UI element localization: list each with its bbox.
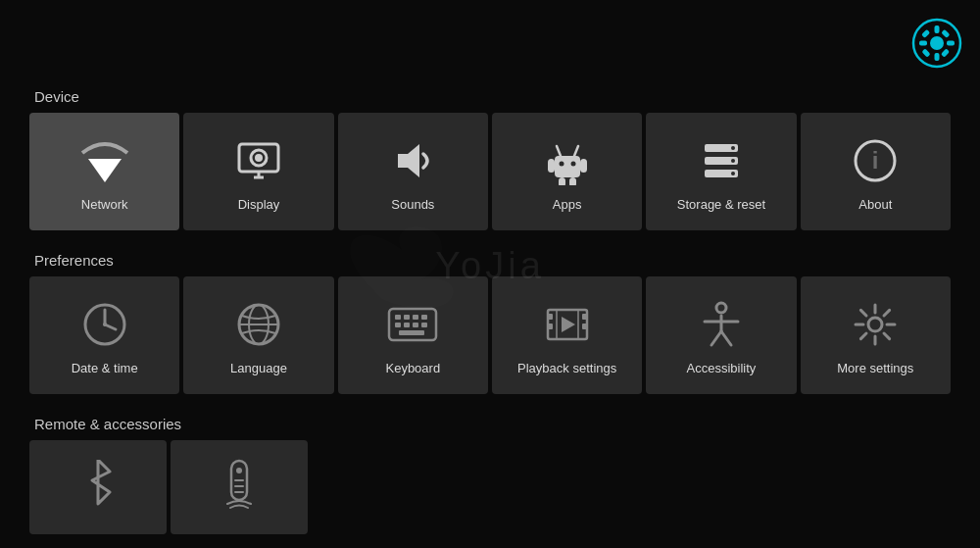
svg-point-30 — [731, 159, 735, 163]
svg-point-59 — [716, 303, 726, 313]
svg-rect-22 — [548, 159, 555, 173]
svg-point-64 — [868, 318, 882, 331]
device-item-display[interactable]: Display — [183, 113, 333, 230]
svg-marker-16 — [398, 144, 419, 177]
datetime-label: Date & time — [72, 361, 138, 377]
svg-rect-8 — [941, 29, 950, 38]
keyboard-label: Keyboard — [385, 361, 440, 377]
device-item-about[interactable]: i About — [801, 113, 951, 230]
svg-line-19 — [574, 146, 578, 156]
preferences-section: Preferences Date & time — [0, 252, 980, 394]
language-label: Language — [230, 361, 287, 377]
sounds-label: Sounds — [391, 197, 434, 214]
svg-rect-50 — [399, 330, 424, 335]
svg-rect-44 — [413, 315, 418, 320]
svg-rect-53 — [548, 324, 553, 329]
svg-rect-4 — [919, 41, 927, 46]
svg-rect-43 — [404, 315, 410, 320]
svg-line-18 — [557, 146, 561, 156]
playback-icon — [541, 298, 594, 351]
sounds-icon — [386, 134, 439, 187]
pref-item-more[interactable]: More settings — [801, 276, 951, 394]
svg-rect-6 — [921, 29, 930, 38]
svg-line-72 — [861, 333, 867, 339]
device-section: Device Network — [0, 0, 980, 230]
svg-point-74 — [236, 468, 242, 473]
svg-rect-47 — [404, 323, 410, 327]
remote-section: Remote & accessories — [0, 416, 980, 534]
more-settings-label: More settings — [837, 361, 913, 377]
svg-point-1 — [930, 36, 944, 50]
pref-item-language[interactable]: Language — [183, 276, 333, 394]
svg-marker-10 — [88, 159, 122, 182]
device-grid: Network Display — [0, 113, 980, 230]
svg-line-70 — [884, 333, 890, 339]
preferences-label: Preferences — [0, 252, 980, 269]
remote-grid — [0, 440, 980, 534]
display-icon — [232, 134, 285, 187]
device-label: Device — [0, 88, 980, 105]
remote-item-bluetooth[interactable] — [29, 440, 167, 534]
svg-rect-5 — [947, 41, 955, 46]
apps-label: Apps — [553, 197, 582, 214]
remote-label: Remote & accessories — [0, 416, 980, 432]
svg-rect-48 — [413, 323, 418, 327]
svg-point-29 — [731, 146, 735, 150]
svg-marker-58 — [562, 317, 575, 332]
svg-line-69 — [861, 310, 867, 316]
device-item-sounds[interactable]: Sounds — [338, 113, 488, 230]
clock-icon — [78, 298, 131, 351]
wifi-icon — [78, 134, 131, 187]
globe-icon — [232, 298, 285, 351]
svg-text:i: i — [872, 147, 879, 174]
device-item-storage[interactable]: Storage & reset — [646, 113, 796, 230]
remote-icon — [213, 458, 266, 511]
svg-point-37 — [103, 323, 107, 326]
about-icon: i — [849, 134, 902, 187]
svg-rect-45 — [421, 315, 427, 320]
pref-item-datetime[interactable]: Date & time — [29, 276, 179, 394]
accessibility-label: Accessibility — [687, 361, 757, 377]
svg-rect-25 — [569, 177, 576, 185]
preferences-grid: Date & time Language — [0, 276, 980, 394]
gear-icon — [849, 298, 902, 351]
display-label: Display — [238, 197, 280, 214]
svg-rect-3 — [935, 53, 940, 61]
about-label: About — [858, 197, 892, 214]
pref-item-playback[interactable]: Playback settings — [492, 276, 642, 394]
svg-rect-52 — [548, 314, 553, 320]
device-item-apps[interactable]: Apps — [492, 113, 642, 230]
svg-rect-42 — [395, 315, 401, 320]
playback-label: Playback settings — [517, 361, 616, 377]
svg-rect-55 — [582, 324, 587, 329]
svg-point-20 — [559, 161, 564, 166]
network-label: Network — [81, 197, 128, 214]
storage-label: Storage & reset — [677, 197, 765, 214]
svg-line-62 — [711, 331, 721, 345]
svg-rect-9 — [921, 48, 930, 57]
accessibility-icon — [695, 298, 748, 351]
svg-rect-46 — [395, 323, 401, 327]
storage-icon — [695, 134, 748, 187]
svg-point-21 — [570, 161, 575, 166]
svg-line-63 — [721, 331, 731, 345]
svg-line-71 — [884, 310, 890, 316]
device-item-network[interactable]: Network — [29, 113, 179, 230]
settings-gear-icon[interactable] — [911, 18, 962, 69]
keyboard-icon — [386, 298, 439, 351]
svg-rect-23 — [580, 159, 587, 173]
pref-item-keyboard[interactable]: Keyboard — [338, 276, 488, 394]
svg-rect-49 — [421, 323, 427, 327]
bluetooth-icon — [72, 458, 124, 511]
svg-rect-54 — [582, 314, 587, 320]
apps-icon — [541, 134, 594, 187]
svg-point-31 — [731, 172, 735, 175]
svg-rect-24 — [559, 177, 565, 185]
svg-rect-7 — [941, 48, 950, 57]
pref-item-accessibility[interactable]: Accessibility — [646, 276, 796, 394]
svg-rect-2 — [935, 25, 940, 33]
svg-rect-17 — [555, 156, 580, 177]
svg-point-15 — [255, 154, 263, 162]
remote-item-remote[interactable] — [171, 440, 308, 534]
